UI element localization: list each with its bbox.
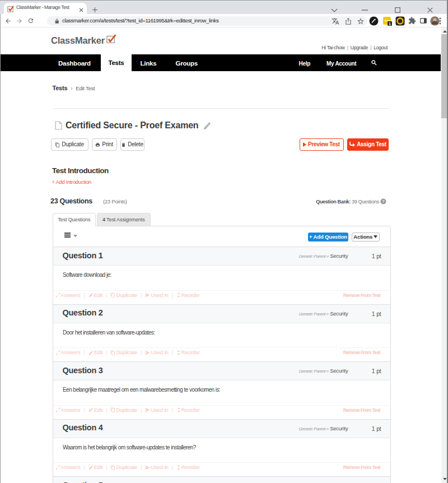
svg-text:?: ? bbox=[382, 199, 384, 203]
svg-text:1: 1 bbox=[389, 22, 391, 26]
